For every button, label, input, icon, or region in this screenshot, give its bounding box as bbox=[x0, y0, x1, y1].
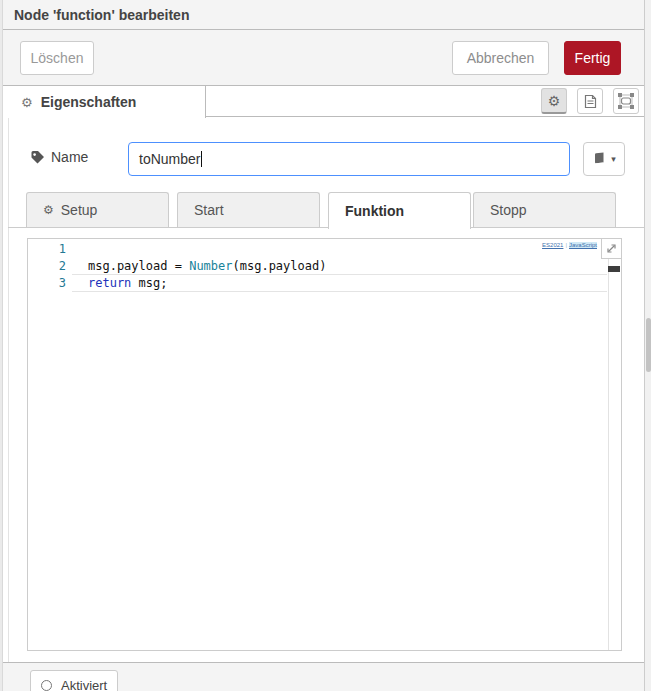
properties-view-button[interactable]: ⚙ bbox=[541, 88, 567, 114]
tab-setup-label: Setup bbox=[61, 202, 98, 218]
appearance-icon bbox=[618, 93, 634, 109]
editor-scroll-cursor-mark bbox=[608, 266, 620, 272]
line-number: 2 bbox=[28, 258, 72, 275]
chevron-down-icon: ▾ bbox=[611, 154, 616, 164]
dialog-header: Node 'function' bearbeiten bbox=[3, 0, 644, 30]
description-view-button[interactable] bbox=[577, 88, 603, 114]
text-cursor bbox=[201, 151, 202, 167]
library-dropdown-button[interactable]: ▾ bbox=[583, 142, 625, 176]
dialog-button-bar: Löschen Abbrechen Fertig bbox=[3, 30, 644, 86]
editor-meta-link-left[interactable]: ES2021 bbox=[542, 242, 563, 248]
panel-scrollbar[interactable] bbox=[644, 0, 651, 691]
tab-stopp[interactable]: Stopp bbox=[473, 192, 616, 227]
code-editor[interactable]: 12msg.payload = Number(msg.payload)3retu… bbox=[27, 238, 622, 651]
meta-separator: | bbox=[565, 242, 567, 248]
appearance-view-button[interactable] bbox=[613, 88, 639, 114]
function-tabs: ⚙ Setup Start Funktion Stopp bbox=[8, 192, 644, 228]
tab-start-label: Start bbox=[194, 202, 224, 218]
code-line[interactable]: 1 bbox=[28, 241, 621, 258]
code-text bbox=[72, 241, 607, 258]
document-icon bbox=[584, 94, 597, 109]
tab-properties[interactable]: ⚙ Eigenschaften bbox=[3, 86, 206, 118]
circle-icon bbox=[41, 680, 52, 691]
name-input[interactable]: toNumber bbox=[128, 142, 570, 176]
line-number: 1 bbox=[28, 241, 72, 258]
expand-icon bbox=[606, 243, 617, 254]
delete-button[interactable]: Löschen bbox=[20, 41, 94, 75]
code-lines: 12msg.payload = Number(msg.payload)3retu… bbox=[28, 241, 621, 292]
code-text: return msg; bbox=[72, 275, 607, 292]
enabled-label: Aktiviert bbox=[61, 678, 107, 691]
node-edit-dialog: Node 'function' bearbeiten Löschen Abbre… bbox=[0, 0, 651, 691]
code-text: msg.payload = Number(msg.payload) bbox=[72, 258, 607, 275]
enabled-toggle-button[interactable]: Aktiviert bbox=[30, 670, 118, 691]
code-line[interactable]: 2msg.payload = Number(msg.payload) bbox=[28, 258, 621, 275]
name-label: Name bbox=[51, 149, 88, 165]
panel-scrollbar-thumb[interactable] bbox=[646, 318, 651, 372]
properties-tab-row: ⚙ Eigenschaften ⚙ bbox=[3, 86, 644, 117]
gear-icon: ⚙ bbox=[21, 96, 33, 109]
gear-icon: ⚙ bbox=[43, 204, 54, 216]
done-button[interactable]: Fertig bbox=[564, 41, 621, 75]
tab-stopp-label: Stopp bbox=[490, 202, 527, 218]
gear-icon: ⚙ bbox=[548, 94, 561, 108]
editor-meta-links: ES2021 | JavaScript bbox=[542, 242, 597, 248]
properties-tab-label: Eigenschaften bbox=[41, 94, 137, 110]
tab-setup[interactable]: ⚙ Setup bbox=[26, 192, 169, 227]
cancel-button[interactable]: Abbrechen bbox=[452, 41, 549, 75]
dialog-footer: Aktiviert bbox=[3, 662, 644, 691]
name-row: Name toNumber ▾ bbox=[8, 140, 644, 180]
book-icon bbox=[592, 152, 607, 166]
editor-meta-link-right[interactable]: JavaScript bbox=[569, 242, 597, 248]
tab-start[interactable]: Start bbox=[177, 192, 320, 227]
name-input-value: toNumber bbox=[139, 151, 200, 167]
expand-editor-button[interactable] bbox=[601, 239, 621, 259]
tag-icon bbox=[30, 150, 45, 165]
dialog-title: Node 'function' bearbeiten bbox=[3, 0, 644, 30]
tab-funktion-label: Funktion bbox=[345, 203, 404, 219]
tab-funktion[interactable]: Funktion bbox=[328, 192, 471, 229]
line-number: 3 bbox=[28, 275, 72, 292]
editor-scrollbar[interactable] bbox=[608, 259, 621, 650]
tabs-underline bbox=[8, 227, 644, 228]
code-line[interactable]: 3return msg; bbox=[28, 275, 621, 292]
